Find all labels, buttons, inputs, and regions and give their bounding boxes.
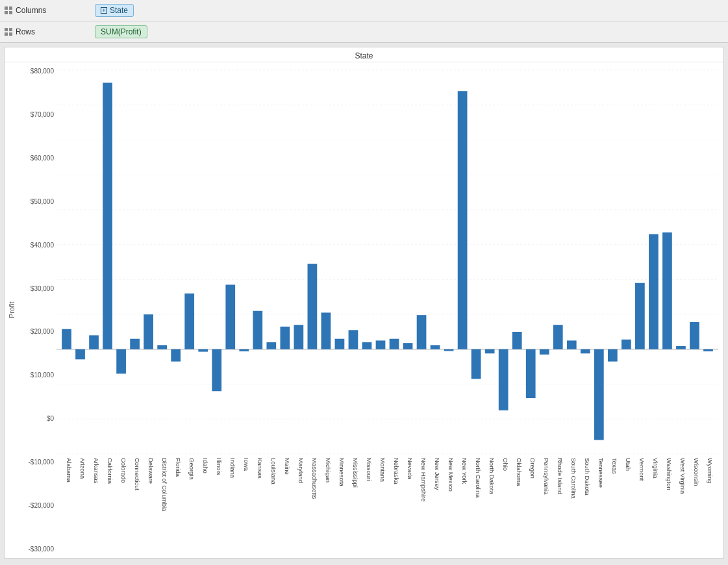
state-label: Mississippi: [352, 458, 359, 488]
bar-New-York[interactable]: [458, 91, 468, 349]
bar-North-Carolina[interactable]: [471, 349, 481, 379]
bar-New-Mexico[interactable]: [444, 349, 454, 351]
state-label: Delaware: [147, 458, 155, 484]
rows-icon: [4, 27, 13, 36]
bar-Alabama[interactable]: [62, 329, 71, 349]
bar-Minnesota[interactable]: [335, 339, 345, 349]
bar-South-Dakota[interactable]: [581, 349, 590, 353]
bar-Oregon[interactable]: [526, 349, 536, 398]
bar-Kansas[interactable]: [253, 311, 262, 349]
state-label: Nevada: [407, 458, 414, 479]
state-label: Kansas: [257, 458, 264, 479]
state-label: Idaho: [202, 458, 209, 473]
bar-Tennessee[interactable]: [594, 349, 604, 440]
bar-Mississippi[interactable]: [349, 330, 358, 349]
bar-Illinois[interactable]: [212, 349, 221, 391]
bar-West-Virginia[interactable]: [676, 346, 686, 349]
bar-Indiana[interactable]: [225, 284, 235, 349]
y-tick: $50,000: [19, 198, 54, 205]
bar-Montana[interactable]: [376, 340, 386, 349]
state-label: Arizona: [79, 458, 86, 479]
bar-Wyoming[interactable]: [703, 349, 713, 351]
bar-Massachusetts[interactable]: [308, 264, 318, 349]
y-tick: $40,000: [19, 242, 54, 249]
state-label: Louisiana: [270, 458, 277, 484]
state-label: Maine: [284, 458, 291, 475]
state-label: New York: [461, 458, 468, 484]
bar-Florida[interactable]: [171, 349, 181, 362]
svg-rect-6: [5, 32, 8, 36]
bar-District-of-Columbia[interactable]: [157, 345, 167, 349]
state-label: Alabama: [66, 458, 73, 483]
state-label: Indiana: [229, 458, 236, 479]
bar-New-Hampshire[interactable]: [417, 315, 427, 349]
bar-Idaho[interactable]: [198, 349, 208, 352]
bar-Colorado[interactable]: [116, 349, 126, 374]
rows-pill-label: SUM(Profit): [101, 27, 142, 36]
y-tick: $70,000: [19, 111, 54, 118]
bar-Wisconsin[interactable]: [690, 322, 699, 349]
state-label: Arkansas: [93, 458, 100, 484]
y-tick: -$30,000: [19, 546, 54, 553]
bar-Pennsylvania[interactable]: [540, 349, 549, 355]
columns-label: Columns: [4, 6, 95, 15]
bar-Iowa[interactable]: [239, 349, 249, 351]
state-label: Utah: [625, 458, 632, 471]
y-axis-ticks: $80,000$70,000$60,000$50,000$40,000$30,0…: [19, 62, 56, 558]
bar-Maryland[interactable]: [294, 325, 304, 349]
bar-Washington[interactable]: [662, 232, 672, 349]
state-label: Washington: [666, 458, 673, 490]
columns-row: Columns + State: [0, 0, 728, 21]
state-label: Massachusetts: [311, 458, 318, 499]
bar-Missouri[interactable]: [362, 342, 372, 349]
bar-Ohio[interactable]: [499, 349, 508, 410]
chart-container: State Profit $80,000$70,000$60,000$50,00…: [4, 47, 724, 559]
y-tick: $30,000: [19, 285, 54, 292]
state-label: Missouri: [366, 458, 373, 481]
bar-Connecticut[interactable]: [130, 339, 140, 349]
state-label: Montana: [379, 458, 386, 483]
rows-text: Rows: [16, 27, 35, 36]
state-label: New Jersey: [434, 458, 441, 490]
bar-Virginia[interactable]: [649, 234, 659, 349]
rows-row: Rows SUM(Profit): [0, 21, 728, 43]
bar-Arkansas[interactable]: [89, 335, 99, 349]
bar-South-Carolina[interactable]: [567, 340, 577, 349]
state-label: Georgia: [188, 458, 195, 481]
y-tick: $10,000: [19, 371, 54, 379]
bar-Arizona[interactable]: [75, 349, 85, 360]
bar-Oklahoma[interactable]: [512, 332, 522, 349]
bar-Utah[interactable]: [621, 340, 631, 349]
bar-Maine[interactable]: [280, 327, 290, 349]
svg-rect-4: [5, 28, 8, 31]
state-label: Nebraska: [393, 458, 400, 484]
rows-pill[interactable]: SUM(Profit): [95, 25, 147, 38]
bar-Vermont[interactable]: [635, 283, 645, 349]
state-label: Michigan: [325, 458, 332, 483]
bar-Nevada[interactable]: [403, 343, 413, 349]
bar-California[interactable]: [103, 82, 112, 349]
bar-Nebraska[interactable]: [390, 339, 399, 349]
state-label: Oklahoma: [516, 458, 523, 486]
state-label: Maryland: [297, 458, 305, 483]
state-label: Rhode Island: [557, 458, 564, 494]
columns-pill[interactable]: + State: [95, 4, 134, 17]
state-label: Virginia: [652, 458, 659, 479]
state-label: California: [107, 458, 114, 484]
columns-text: Columns: [16, 6, 46, 15]
state-label: Ohio: [502, 458, 509, 471]
bar-Texas[interactable]: [608, 349, 618, 362]
bar-Delaware[interactable]: [144, 314, 153, 349]
bar-Louisiana[interactable]: [266, 342, 276, 349]
bar-Georgia[interactable]: [184, 294, 194, 349]
state-label: Minnesota: [338, 458, 345, 487]
chart-svg: AlabamaArizonaArkansasCaliforniaColorado…: [56, 68, 718, 558]
bar-New-Jersey[interactable]: [431, 345, 440, 349]
y-tick: -$20,000: [19, 502, 54, 509]
bar-Rhode-Island[interactable]: [553, 325, 563, 349]
state-label: Oregon: [529, 458, 536, 479]
svg-rect-1: [9, 6, 12, 10]
state-label: South Dakota: [584, 458, 591, 496]
bar-North-Dakota[interactable]: [485, 349, 495, 353]
bar-Michigan[interactable]: [321, 312, 331, 349]
